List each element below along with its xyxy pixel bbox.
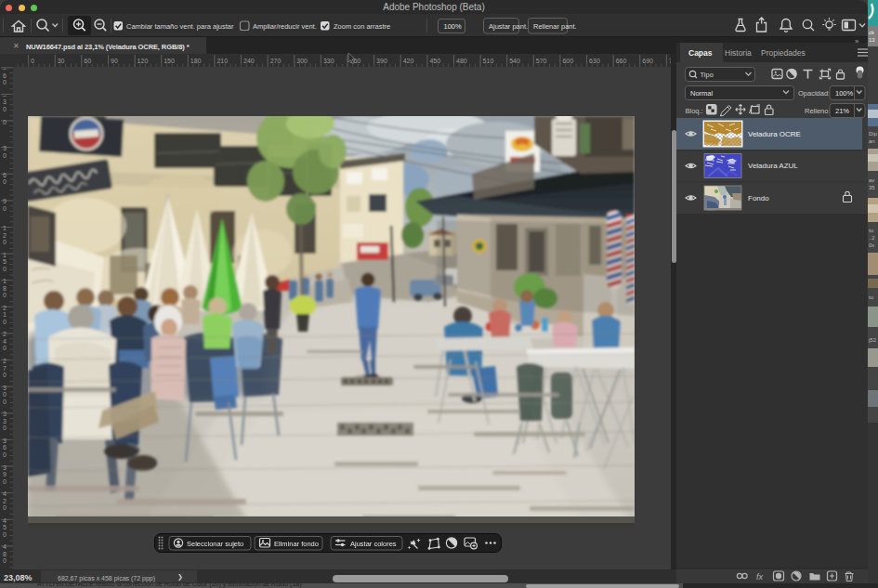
svg-text:ck: ck (869, 30, 875, 35)
svg-text:0: 0 (3, 425, 7, 431)
svg-text:300: 300 (296, 58, 308, 64)
svg-text:13: 13 (869, 37, 875, 43)
svg-text:j52: j52 (868, 337, 877, 343)
svg-text:30: 30 (58, 58, 65, 64)
svg-text:690: 690 (642, 58, 653, 64)
svg-text:Seleccionar sujeto: Seleccionar sujeto (187, 540, 243, 548)
svg-text:Opacidad:: Opacidad: (798, 89, 830, 98)
svg-text:2: 2 (3, 498, 7, 504)
svg-text:0: 0 (3, 106, 7, 112)
svg-text:0: 0 (3, 119, 7, 125)
svg-text:fx: fx (756, 572, 764, 581)
svg-text:0: 0 (3, 152, 7, 159)
svg-text:0x: 0x (869, 242, 874, 248)
svg-text:3: 3 (3, 98, 7, 105)
svg-text:2: 2 (3, 232, 7, 239)
svg-text:Veladura OCRE: Veladura OCRE (748, 130, 801, 138)
svg-text:Historia: Historia (725, 48, 752, 58)
svg-text:6: 6 (3, 172, 7, 178)
svg-text:0: 0 (31, 58, 34, 64)
svg-text:Dip: Dip (869, 131, 878, 137)
svg-text:Rellenar pant.: Rellenar pant. (533, 22, 577, 31)
svg-text:60: 60 (84, 58, 91, 64)
svg-text:600: 600 (562, 58, 573, 64)
svg-text:Bloq.:: Bloq.: (686, 107, 703, 115)
svg-text:2: 2 (3, 358, 7, 364)
svg-text:Zoom con arrastre: Zoom con arrastre (334, 22, 390, 31)
svg-text:0: 0 (3, 266, 7, 272)
svg-text:0: 0 (3, 391, 7, 398)
svg-text:8: 8 (3, 285, 7, 292)
svg-text:120: 120 (138, 58, 149, 64)
svg-text:21%: 21% (835, 107, 849, 115)
svg-text:3: 3 (3, 438, 7, 444)
svg-text:5: 5 (3, 258, 7, 265)
svg-text:210: 210 (216, 58, 228, 64)
svg-text:0: 0 (3, 239, 7, 245)
svg-text:Veladura AZUL: Veladura AZUL (748, 162, 798, 170)
svg-text:Tipo: Tipo (701, 71, 714, 79)
svg-text:tu: tu (869, 294, 873, 300)
svg-text:Cambiar tamaño vent. para ajus: Cambiar tamaño vent. para ajustar (126, 22, 234, 31)
svg-text:Relleno:: Relleno: (805, 107, 831, 115)
svg-text:100%: 100% (835, 89, 854, 98)
svg-text:–: – (3, 92, 7, 98)
svg-text:1: 1 (3, 278, 7, 284)
svg-text:390: 390 (376, 58, 387, 64)
svg-text:6: 6 (3, 72, 7, 79)
svg-text:2: 2 (3, 331, 7, 337)
svg-text:100%: 100% (444, 22, 463, 31)
svg-text:tu: tu (869, 228, 873, 233)
svg-text:270: 270 (270, 58, 282, 64)
svg-text:35: 35 (869, 185, 875, 190)
svg-text:0: 0 (3, 531, 7, 538)
svg-text:0: 0 (3, 504, 7, 511)
svg-text:4: 4 (3, 543, 7, 550)
svg-text:90: 90 (111, 58, 118, 64)
svg-text:510: 510 (483, 58, 494, 64)
svg-text:4: 4 (3, 338, 7, 345)
svg-text:Capas: Capas (688, 48, 713, 58)
svg-text:8: 8 (3, 551, 7, 557)
svg-text:Ajustar colores: Ajustar colores (350, 540, 397, 548)
svg-text:0: 0 (3, 399, 7, 405)
svg-text:150: 150 (164, 58, 175, 64)
svg-text:9: 9 (3, 471, 7, 477)
svg-text:3: 3 (3, 418, 7, 425)
svg-text:570: 570 (536, 58, 547, 64)
svg-text:540: 540 (509, 58, 520, 64)
svg-text:7: 7 (3, 365, 7, 372)
svg-text:Fondo: Fondo (748, 194, 769, 203)
svg-text:6: 6 (3, 444, 7, 451)
svg-text:420: 420 (403, 58, 414, 64)
svg-text:180: 180 (190, 58, 202, 64)
svg-text:0: 0 (3, 292, 7, 298)
svg-text:3: 3 (3, 464, 7, 471)
svg-text:330: 330 (323, 58, 334, 64)
svg-text:..2: ..2 (869, 235, 875, 241)
svg-text:0: 0 (3, 372, 7, 378)
svg-text:0: 0 (3, 178, 7, 185)
svg-text:0: 0 (3, 345, 7, 351)
svg-text:480: 480 (456, 58, 467, 64)
svg-text:3: 3 (3, 385, 7, 391)
svg-text:9: 9 (3, 198, 7, 204)
svg-text:2: 2 (3, 305, 7, 311)
svg-text:660: 660 (616, 58, 627, 64)
svg-text:4: 4 (3, 517, 7, 524)
svg-text:0: 0 (3, 451, 7, 458)
svg-text:1: 1 (3, 252, 7, 258)
svg-text:Eliminar fondo: Eliminar fondo (274, 540, 319, 548)
svg-text:3: 3 (3, 145, 7, 151)
svg-text:Normal: Normal (690, 89, 714, 98)
svg-text:1: 1 (3, 225, 7, 231)
svg-text:av: av (869, 177, 874, 183)
svg-text:630: 630 (589, 58, 600, 64)
svg-text:1: 1 (3, 311, 7, 318)
svg-text:an: an (869, 138, 875, 144)
svg-text:Ampliar/reducir vent.: Ampliar/reducir vent. (253, 22, 317, 31)
svg-text:Propiedades: Propiedades (761, 48, 806, 58)
svg-text:4: 4 (3, 490, 7, 497)
svg-text:0: 0 (3, 478, 7, 485)
svg-text:0: 0 (3, 79, 7, 85)
